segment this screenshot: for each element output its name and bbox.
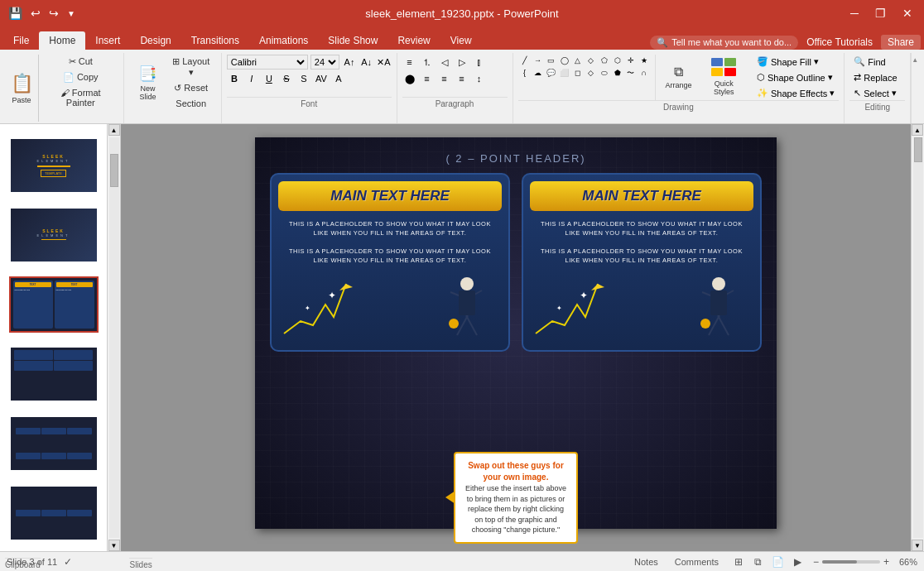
arrange-button[interactable]: ⧉ Arrange — [661, 55, 697, 99]
slide-sorter-icon[interactable]: ⧉ — [750, 555, 767, 569]
increase-indent-button[interactable]: ▷ — [455, 55, 469, 70]
tab-animations[interactable]: Animations — [249, 31, 318, 50]
paste-button[interactable]: 📋 Paste — [5, 55, 38, 122]
line-spacing-button[interactable]: ↕ — [472, 71, 487, 86]
shape-line[interactable]: ╱ — [518, 55, 532, 66]
close-button[interactable]: ✕ — [898, 5, 917, 22]
slides-scrollbar[interactable]: ▲ ▼ — [108, 124, 121, 551]
restore-button[interactable]: ❐ — [870, 5, 891, 22]
shape-circle[interactable]: ◯ — [558, 55, 571, 66]
shape-flow4[interactable]: ⬭ — [598, 67, 611, 79]
select-button[interactable]: ↖ Select ▾ — [849, 86, 905, 100]
shape-flow5[interactable]: ⬟ — [611, 67, 624, 79]
zoom-out-icon[interactable]: − — [813, 556, 819, 568]
shape-fill-button[interactable]: 🪣 Shape Fill ▾ — [753, 55, 839, 69]
slide-canvas[interactable]: ( 2 – POINT HEADER) MAIN TEXT HERE THIS … — [255, 137, 777, 529]
redo-icon[interactable]: ↪ — [49, 7, 59, 20]
tell-me-box[interactable]: 🔍 Tell me what you want to do... — [650, 36, 798, 50]
font-size-select[interactable]: 24 — [310, 55, 339, 70]
right-scroll-down[interactable]: ▼ — [912, 540, 923, 551]
reset-button[interactable]: ↺ Reset — [166, 81, 215, 95]
shape-pentagon[interactable]: ⬠ — [598, 55, 611, 66]
new-slide-button[interactable]: 📑 NewSlide — [129, 55, 166, 110]
scroll-up-arrow[interactable]: ▲ — [108, 124, 120, 136]
increase-font-button[interactable]: A↑ — [342, 55, 357, 70]
comments-button[interactable]: Comments — [670, 555, 724, 569]
zoom-in-icon[interactable]: + — [883, 556, 889, 568]
normal-view-icon[interactable]: ⊞ — [730, 555, 747, 569]
shape-callout[interactable]: 💬 — [545, 67, 558, 79]
tab-slideshow[interactable]: Slide Show — [318, 31, 387, 50]
slide-thumb-5[interactable]: 5 — [9, 415, 99, 472]
slide-thumb-2[interactable]: 2 SLEEK ELEMENT — [9, 207, 99, 263]
undo-icon[interactable]: ↩ — [31, 7, 41, 20]
replace-button[interactable]: ⇄ Replace — [849, 70, 905, 84]
notes-button[interactable]: Notes — [629, 555, 663, 569]
text-shadow-button[interactable]: S — [296, 71, 311, 86]
slides-scroll-thumb[interactable] — [110, 154, 118, 187]
tab-transitions[interactable]: Transitions — [181, 31, 249, 50]
shape-flow1[interactable]: ⬜ — [558, 67, 571, 79]
shape-flow2[interactable]: ◻ — [571, 67, 585, 79]
shape-diamond[interactable]: ◇ — [585, 55, 598, 66]
slide-col-left[interactable]: MAIN TEXT HERE THIS IS A PLACEHOLDER TO … — [270, 173, 510, 352]
tab-insert[interactable]: Insert — [85, 31, 130, 50]
align-center-button[interactable]: ≡ — [420, 71, 435, 86]
ribbon-expand[interactable]: ▲ — [911, 53, 924, 123]
tab-home[interactable]: Home — [39, 31, 85, 50]
right-scroll-thumb[interactable] — [914, 137, 922, 162]
shape-arc[interactable]: ∩ — [638, 67, 651, 79]
underline-button[interactable]: U — [262, 71, 277, 86]
slide-thumb-4[interactable]: 4 — [9, 346, 99, 402]
shape-plus[interactable]: ✛ — [624, 55, 638, 66]
quick-styles-button[interactable]: Quick Styles — [702, 55, 746, 99]
numbering-button[interactable]: ⒈ — [420, 55, 435, 70]
copy-button[interactable]: 📄 Copy — [42, 70, 118, 84]
slide-thumb-3[interactable]: 3 TEXT placeholder text here TEXT placeh… — [9, 276, 99, 333]
add-column-button[interactable]: ⫿ — [472, 55, 487, 70]
font-family-select[interactable]: Calibri — [227, 55, 308, 70]
decrease-font-button[interactable]: A↓ — [359, 55, 374, 70]
shape-outline-button[interactable]: ⬡ Shape Outline ▾ — [753, 70, 839, 84]
tab-file[interactable]: File — [3, 31, 39, 50]
shape-curve[interactable]: 〜 — [624, 67, 638, 79]
scroll-down-arrow[interactable]: ▼ — [108, 540, 120, 551]
slideshow-view-icon[interactable]: ▶ — [790, 555, 806, 569]
cut-button[interactable]: ✂ Cut — [42, 55, 118, 69]
tab-view[interactable]: View — [440, 31, 482, 50]
section-button[interactable]: Section — [166, 97, 215, 110]
office-tutorials-link[interactable]: Office Tutorials — [806, 36, 873, 48]
right-scroll-up[interactable]: ▲ — [912, 124, 923, 136]
font-color-button[interactable]: A — [331, 71, 346, 86]
shape-bracket[interactable]: { — [518, 67, 532, 79]
bullets-button[interactable]: ≡ — [402, 55, 417, 70]
strikethrough-button[interactable]: S — [279, 71, 294, 86]
shape-hex[interactable]: ⬡ — [611, 55, 624, 66]
shape-arrow[interactable]: → — [532, 55, 545, 66]
shape-effects-button[interactable]: ✨ Shape Effects ▾ — [753, 86, 839, 100]
find-button[interactable]: 🔍 Find — [849, 55, 905, 69]
bold-button[interactable]: B — [227, 71, 242, 86]
shape-cloud[interactable]: ☁ — [532, 67, 545, 79]
zoom-level[interactable]: 66% — [893, 557, 917, 567]
shape-triangle[interactable]: △ — [571, 55, 585, 66]
layout-button[interactable]: ⊞ Layout ▾ — [166, 55, 215, 79]
align-right-button[interactable]: ≡ — [437, 71, 452, 86]
tab-review[interactable]: Review — [387, 31, 440, 50]
reading-view-icon[interactable]: 📄 — [770, 555, 787, 569]
clear-format-button[interactable]: ✕A — [377, 55, 392, 70]
tab-design[interactable]: Design — [130, 31, 180, 50]
format-painter-button[interactable]: 🖌 Format Painter — [42, 86, 118, 109]
justify-button[interactable]: ≡ — [455, 71, 469, 86]
decrease-indent-button[interactable]: ◁ — [437, 55, 452, 70]
right-scrollbar[interactable]: ▲ ▼ — [911, 124, 924, 551]
shape-star[interactable]: ★ — [638, 55, 651, 66]
italic-button[interactable]: I — [244, 71, 259, 86]
slide-thumb-6[interactable]: 6 — [9, 485, 99, 541]
zoom-slider[interactable] — [822, 560, 880, 564]
shape-rect[interactable]: ▭ — [545, 55, 558, 66]
save-icon[interactable]: 💾 — [8, 7, 22, 20]
char-spacing-button[interactable]: AV — [314, 71, 329, 86]
align-left-button[interactable]: ⬤ — [402, 71, 417, 86]
customize-icon[interactable]: ▼ — [67, 9, 75, 18]
